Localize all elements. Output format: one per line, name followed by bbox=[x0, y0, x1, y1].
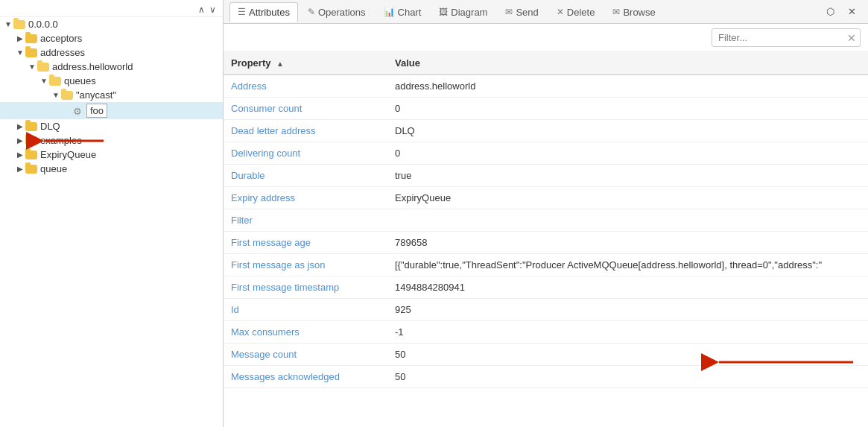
property-name: Messages acknowledged bbox=[224, 366, 387, 388]
send-icon: ✉ bbox=[505, 7, 513, 17]
table-row: First message timestamp1494884280941 bbox=[224, 276, 868, 299]
table-row: Filter bbox=[224, 209, 868, 232]
table-container: Property ▲ Value Addressaddress.hellowor… bbox=[224, 52, 868, 427]
column-value[interactable]: Value bbox=[387, 52, 868, 75]
tab-send[interactable]: ✉ Send bbox=[497, 2, 546, 22]
property-value: 50 bbox=[387, 344, 868, 366]
table-row: First message age789658 bbox=[224, 232, 868, 254]
property-name: Id bbox=[224, 299, 387, 321]
tab-browse[interactable]: ✉ Browse bbox=[604, 2, 663, 22]
item-label: examples bbox=[40, 135, 82, 146]
property-name: Durable bbox=[224, 165, 387, 187]
filter-bar: ✕ bbox=[224, 24, 868, 52]
attributes-icon: ☰ bbox=[238, 7, 246, 17]
property-value: address.helloworld bbox=[387, 75, 868, 98]
table-row: Expiry addressExpiryQueue bbox=[224, 187, 868, 209]
toggle-icon[interactable]: ▶ bbox=[15, 34, 25, 42]
tree-item-queues[interactable]: ▼queues bbox=[0, 74, 223, 88]
property-name: Filter bbox=[224, 209, 387, 232]
folder-icon bbox=[25, 151, 37, 159]
filter-input[interactable] bbox=[712, 28, 861, 47]
toggle-icon[interactable]: ▼ bbox=[15, 48, 25, 57]
tree-item-root[interactable]: ▼0.0.0.0 bbox=[0, 17, 223, 31]
filter-clear-button[interactable]: ✕ bbox=[847, 32, 856, 44]
column-property[interactable]: Property ▲ bbox=[224, 52, 387, 75]
item-label: queue bbox=[40, 163, 67, 174]
property-name: Max consumers bbox=[224, 321, 387, 344]
tree-item-examples[interactable]: ▶examples bbox=[0, 133, 223, 148]
collapse-all-button[interactable]: ∧ bbox=[196, 4, 207, 15]
right-panel: ☰ Attributes ✎ Operations 📊 Chart 🖼 Diag… bbox=[224, 0, 868, 427]
tab-delete-label: Delete bbox=[567, 7, 595, 18]
folder-icon bbox=[25, 165, 37, 174]
property-value: 789658 bbox=[387, 232, 868, 254]
filter-input-wrap: ✕ bbox=[712, 28, 861, 47]
folder-icon bbox=[61, 91, 73, 100]
toggle-icon[interactable]: ▼ bbox=[51, 91, 61, 99]
tab-send-label: Send bbox=[516, 7, 538, 18]
toggle-icon[interactable]: ▶ bbox=[15, 165, 25, 173]
delete-icon: ✕ bbox=[557, 7, 564, 17]
item-label: acceptors bbox=[40, 33, 82, 44]
toggle-icon[interactable]: ▼ bbox=[3, 20, 13, 28]
property-name: First message timestamp bbox=[224, 276, 387, 299]
toggle-icon[interactable]: ▶ bbox=[15, 136, 25, 145]
popout-button[interactable]: ⬡ bbox=[820, 3, 840, 20]
folder-icon bbox=[25, 136, 37, 145]
tab-operations-label: Operations bbox=[318, 7, 366, 18]
property-value: 0 bbox=[387, 142, 868, 165]
folder-icon bbox=[37, 63, 49, 72]
tab-chart-label: Chart bbox=[398, 7, 422, 18]
tree-item-acceptors[interactable]: ▶acceptors bbox=[0, 31, 223, 45]
expand-all-button[interactable]: ∨ bbox=[207, 4, 218, 15]
column-property-label: Property bbox=[231, 57, 270, 69]
tree-item-address_helloworld[interactable]: ▼address.helloworld bbox=[0, 60, 223, 74]
property-value: DLQ bbox=[387, 120, 868, 142]
toggle-icon[interactable]: ▶ bbox=[15, 151, 25, 159]
toggle-icon[interactable]: ▶ bbox=[15, 122, 25, 130]
column-value-label: Value bbox=[395, 57, 420, 69]
table-row: Delivering count0 bbox=[224, 142, 868, 165]
tab-operations[interactable]: ✎ Operations bbox=[300, 2, 374, 22]
table-body: Addressaddress.helloworldConsumer count0… bbox=[224, 75, 868, 388]
tree-item-foo[interactable]: ⚙foo bbox=[0, 102, 223, 119]
property-name: First message age bbox=[224, 232, 387, 254]
property-value: [{"durable":true,"ThreadSent":"Producer … bbox=[387, 254, 868, 276]
property-value: 925 bbox=[387, 299, 868, 321]
property-value: 1494884280941 bbox=[387, 276, 868, 299]
tab-attributes[interactable]: ☰ Attributes bbox=[229, 2, 298, 22]
toggle-icon[interactable]: ▼ bbox=[27, 63, 37, 71]
tree-item-DLQ[interactable]: ▶DLQ bbox=[0, 119, 223, 133]
close-button[interactable]: ✕ bbox=[842, 3, 862, 20]
folder-icon bbox=[25, 34, 37, 43]
tree-item-addresses[interactable]: ▼addresses bbox=[0, 45, 223, 60]
table-row: Addressaddress.helloworld bbox=[224, 75, 868, 98]
table-row: First message as json[{"durable":true,"T… bbox=[224, 254, 868, 276]
diagram-icon: 🖼 bbox=[439, 7, 448, 17]
tab-delete[interactable]: ✕ Delete bbox=[548, 2, 604, 22]
item-label: ExpiryQueue bbox=[40, 149, 96, 160]
chart-icon: 📊 bbox=[384, 7, 395, 17]
sort-icon: ▲ bbox=[276, 60, 284, 68]
tab-diagram-label: Diagram bbox=[451, 7, 487, 18]
tree-container: ▼0.0.0.0▶acceptors▼addresses▼address.hel… bbox=[0, 17, 223, 176]
folder-icon bbox=[13, 20, 25, 29]
tree-item-queue[interactable]: ▶queue bbox=[0, 162, 223, 176]
tree-controls: ∧ ∨ bbox=[0, 3, 223, 17]
property-value: -1 bbox=[387, 321, 868, 344]
property-name: Expiry address bbox=[224, 187, 387, 209]
item-label: queues bbox=[64, 75, 96, 86]
item-label: foo bbox=[86, 104, 107, 118]
table-header-row: Property ▲ Value bbox=[224, 52, 868, 75]
tree-item-anycast[interactable]: ▼"anycast" bbox=[0, 88, 223, 102]
tab-chart[interactable]: 📊 Chart bbox=[376, 2, 430, 22]
property-value bbox=[387, 209, 868, 232]
tree-item-ExpiryQueue[interactable]: ▶ExpiryQueue bbox=[0, 148, 223, 162]
table-row: Durabletrue bbox=[224, 165, 868, 187]
browse-icon: ✉ bbox=[612, 7, 620, 17]
tab-browse-label: Browse bbox=[623, 7, 655, 18]
toggle-icon[interactable]: ▼ bbox=[39, 77, 49, 85]
table-row: Consumer count0 bbox=[224, 98, 868, 120]
property-name: Delivering count bbox=[224, 142, 387, 165]
tab-diagram[interactable]: 🖼 Diagram bbox=[431, 2, 495, 22]
